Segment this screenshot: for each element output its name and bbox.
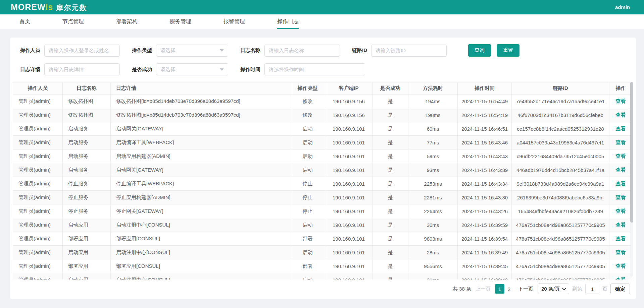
cell-trace-id: 46f67003d1c34167b3119d6d56cfebeb xyxy=(512,108,609,122)
cell-duration: 9803ms xyxy=(408,232,458,246)
cell-duration: 2264ms xyxy=(408,204,458,218)
view-link[interactable]: 查看 xyxy=(616,167,626,173)
cell-operator: 管理员(admin) xyxy=(13,177,63,191)
cell-success: 是 xyxy=(373,136,408,149)
cell-duration: 28ms xyxy=(408,246,458,259)
table-scrollbar-track[interactable] xyxy=(630,82,633,277)
operator-input[interactable] xyxy=(44,45,120,57)
cell-client-ip: 190.160.9.101 xyxy=(325,163,373,177)
cell-action: 查看 xyxy=(609,95,632,108)
trace-id-input[interactable] xyxy=(371,45,447,57)
cell-log-name: 启动应用 xyxy=(63,273,111,280)
cell-op-time: 2024-11-15 16:43:46 xyxy=(458,136,512,149)
table-scrollbar-thumb[interactable] xyxy=(630,82,633,223)
confirm-button[interactable]: 确定 xyxy=(610,284,630,294)
col-header-client-ip: 客户端IP xyxy=(325,82,373,95)
nav-tab-5[interactable]: 操作日志 xyxy=(277,14,299,29)
cell-op-type: 启动 xyxy=(290,122,325,136)
cell-trace-id: 446adb1976dd4d15bcb2845b37a41f1a xyxy=(512,163,609,177)
view-link[interactable]: 查看 xyxy=(616,112,626,118)
cell-success: 是 xyxy=(373,163,408,177)
cell-success: 是 xyxy=(373,108,408,122)
cell-log-detail: 启动网关[GATEWAY] xyxy=(111,122,290,136)
filter-field: 操作时间 xyxy=(240,63,365,75)
cell-trace-id: 7e49b52d171e46c19d7a1aad9cce41e1 xyxy=(512,95,609,108)
view-link[interactable]: 查看 xyxy=(616,139,626,145)
cell-action: 查看 xyxy=(609,273,632,280)
user-menu[interactable]: admin xyxy=(615,4,630,10)
log-name-input[interactable] xyxy=(264,45,340,57)
cell-op-time: 2024-11-15 16:39:40 xyxy=(458,273,512,280)
nav-tab-4[interactable]: 报警管理 xyxy=(224,14,245,29)
cell-operator: 管理员(admin) xyxy=(13,191,63,204)
page-size-select[interactable]: 20 条/页 xyxy=(538,284,569,294)
brand-logo-cn: 摩尔元数 xyxy=(56,3,87,12)
log-table: 操作人员日志名称日志详情操作类型客户端IP是否成功方法耗时操作时间链路ID操作 … xyxy=(13,82,632,280)
page-number-2[interactable]: 2 xyxy=(504,284,514,294)
table-row: 管理员(admin)停止服务停止应用构建器[ADMIN]停止190.160.9.… xyxy=(13,191,632,204)
cell-op-time: 2024-11-15 16:54:19 xyxy=(458,108,512,122)
reset-button[interactable]: 重置 xyxy=(497,44,519,57)
cell-operator: 管理员(admin) xyxy=(13,163,63,177)
cell-duration: 77ms xyxy=(408,136,458,149)
cell-log-name: 部署应用 xyxy=(63,232,111,246)
view-link[interactable]: 查看 xyxy=(616,236,626,241)
log-detail-input[interactable] xyxy=(44,63,120,75)
nav-tab-label: 服务管理 xyxy=(170,18,191,25)
nav-tab-0[interactable]: 首页 xyxy=(19,14,30,29)
filter-field: 是否成功 请选择 xyxy=(132,63,228,75)
cell-action: 查看 xyxy=(609,232,632,246)
cell-op-time: 2024-11-15 16:46:51 xyxy=(458,122,512,136)
cell-client-ip: 190.160.9.156 xyxy=(325,95,373,108)
cell-action: 查看 xyxy=(609,177,632,191)
cell-operator: 管理员(admin) xyxy=(13,246,63,259)
cell-operator: 管理员(admin) xyxy=(13,122,63,136)
nav-tab-1[interactable]: 节点管理 xyxy=(62,14,84,29)
cell-trace-id: 1654849fbbfe43ac9210826f0bdb7239 xyxy=(512,204,609,218)
cell-action: 查看 xyxy=(609,163,632,177)
cell-duration: 93ms xyxy=(408,163,458,177)
cell-duration: 2281ms xyxy=(408,191,458,204)
view-link[interactable]: 查看 xyxy=(616,222,626,228)
cell-client-ip: 190.160.9.101 xyxy=(325,136,373,149)
nav-tab-2[interactable]: 部署架构 xyxy=(116,14,138,29)
page-number-1[interactable]: 1 xyxy=(495,284,504,294)
nav-tab-3[interactable]: 服务管理 xyxy=(170,14,191,29)
table-row: 管理员(admin)部署应用部署应用[CONSUL]部署190.160.9.10… xyxy=(13,259,632,273)
filter-panel: 操作人员 操作类型 请选择 日志名称 链路ID 查询重置 日志详情 是否成功 请… xyxy=(13,44,633,75)
jump-page-input[interactable] xyxy=(585,284,599,294)
op-type-select[interactable]: 请选择 xyxy=(156,45,228,57)
content-card: 操作人员 操作类型 请选择 日志名称 链路ID 查询重置 日志详情 是否成功 请… xyxy=(10,38,636,299)
table-row: 管理员(admin)启动服务启动编译工具[WEBPACK]启动190.160.9… xyxy=(13,136,632,149)
jump-suffix-label: 页 xyxy=(602,286,607,292)
search-button[interactable]: 查询 xyxy=(468,44,491,57)
view-link[interactable]: 查看 xyxy=(616,126,626,131)
view-link[interactable]: 查看 xyxy=(616,208,626,214)
view-link[interactable]: 查看 xyxy=(616,249,626,255)
cell-log-name: 启动服务 xyxy=(63,136,111,149)
cell-op-type: 启动 xyxy=(290,149,325,163)
view-link[interactable]: 查看 xyxy=(616,194,626,200)
view-link[interactable]: 查看 xyxy=(616,277,626,280)
success-select[interactable]: 请选择 xyxy=(156,63,228,75)
view-link[interactable]: 查看 xyxy=(616,263,626,269)
view-link[interactable]: 查看 xyxy=(616,98,626,104)
cell-operator: 管理员(admin) xyxy=(13,259,63,273)
cell-duration: 2253ms xyxy=(408,177,458,191)
cell-duration: 31ms xyxy=(408,273,458,280)
op-time-input[interactable] xyxy=(264,63,365,75)
cell-success: 是 xyxy=(373,204,408,218)
cell-client-ip: 190.160.9.101 xyxy=(325,273,373,280)
cell-op-type: 停止 xyxy=(290,177,325,191)
next-page-button[interactable]: 下一页 xyxy=(517,286,535,292)
cell-log-name: 停止服务 xyxy=(63,204,111,218)
col-header-op-time: 操作时间 xyxy=(458,82,512,95)
filter-field: 操作人员 xyxy=(20,45,120,57)
cell-log-name: 启动服务 xyxy=(63,122,111,136)
prev-page-button[interactable]: 上一页 xyxy=(474,286,492,292)
col-header-action: 操作 xyxy=(609,82,632,95)
view-link[interactable]: 查看 xyxy=(616,153,626,159)
cell-action: 查看 xyxy=(609,191,632,204)
table-row: 管理员(admin)部署应用部署应用[CONSUL]部署190.160.9.10… xyxy=(13,232,632,246)
view-link[interactable]: 查看 xyxy=(616,181,626,186)
